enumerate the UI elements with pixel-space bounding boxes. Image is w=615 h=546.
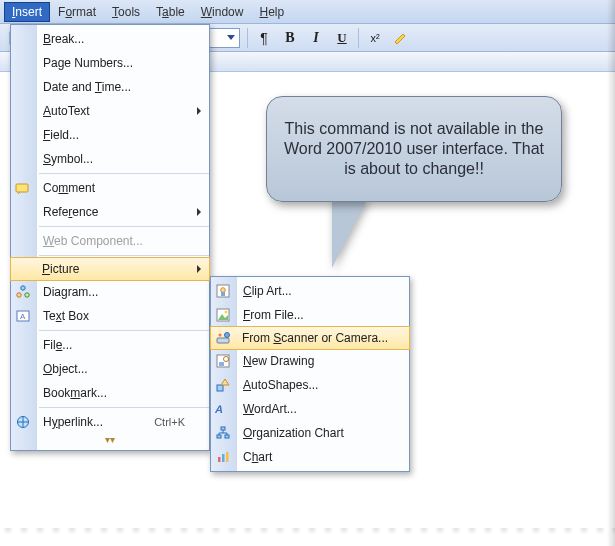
submenu-arrow-icon [197, 107, 201, 115]
callout-text: This command is not available in the Wor… [281, 119, 547, 179]
menu-item-page-numbers[interactable]: Page Numbers... [11, 51, 209, 75]
menu-item-autoshapes[interactable]: AutoShapes... [211, 373, 409, 397]
menu-item-break[interactable]: Break... [11, 27, 209, 51]
menu-item-object[interactable]: Object... [11, 357, 209, 381]
menu-item-label: Web Component... [43, 234, 143, 248]
menu-item-text-box[interactable]: AText Box [11, 304, 209, 328]
clipart-icon [215, 283, 231, 299]
menu-window[interactable]: Window [193, 2, 252, 22]
menu-item-label: Reference [43, 205, 98, 219]
menu-item-organization-chart[interactable]: Organization Chart [211, 421, 409, 445]
menu-item-web-component: Web Component... [11, 229, 209, 253]
svg-marker-23 [221, 379, 229, 385]
menu-item-bookmark[interactable]: Bookmark... [11, 381, 209, 405]
svg-point-4 [21, 286, 25, 290]
italic-button[interactable]: I [304, 27, 328, 49]
menu-item-comment[interactable]: Comment [11, 176, 209, 200]
toolbar-button-generic-2[interactable] [389, 27, 413, 49]
menu-item-label: Break... [43, 32, 84, 46]
scanner-icon [215, 330, 231, 346]
highlight-icon [393, 30, 409, 46]
menu-item-file[interactable]: File... [11, 333, 209, 357]
menu-insert[interactable]: Insert [4, 2, 50, 22]
svg-point-17 [225, 333, 230, 338]
svg-rect-30 [226, 452, 229, 462]
menu-item-wordart[interactable]: AWordArt... [211, 397, 409, 421]
menu-item-clip-art[interactable]: Clip Art... [211, 279, 409, 303]
bold-button[interactable]: B [278, 27, 302, 49]
pilcrow-icon: ¶ [260, 30, 268, 46]
svg-point-15 [225, 311, 228, 314]
submenu-arrow-icon [197, 208, 201, 216]
menu-item-label: New Drawing [243, 354, 314, 368]
underline-button[interactable]: U [330, 27, 354, 49]
diagram-icon [15, 284, 31, 300]
superscript-button[interactable]: x² [363, 27, 387, 49]
menu-item-label: Object... [43, 362, 88, 376]
chevron-down-icon [227, 35, 235, 40]
menu-item-picture[interactable]: Picture [10, 257, 210, 281]
menu-expand-chevrons-icon[interactable]: ▾▾ [11, 434, 209, 448]
svg-rect-20 [219, 362, 224, 366]
svg-point-5 [17, 293, 21, 297]
fromfile-icon [215, 307, 231, 323]
menu-help[interactable]: Help [251, 2, 292, 22]
menu-item-hyperlink[interactable]: Hyperlink...Ctrl+K [11, 410, 209, 434]
svg-rect-22 [217, 385, 223, 391]
menu-item-label: Organization Chart [243, 426, 344, 440]
menu-item-label: Date and Time... [43, 80, 131, 94]
menu-separator [39, 330, 209, 331]
menu-item-label: From Scanner or Camera... [242, 331, 388, 345]
menubar: Insert Format Tools Table Window Help [0, 0, 615, 24]
menu-separator [39, 226, 209, 227]
menu-separator [39, 407, 209, 408]
menu-item-label: Page Numbers... [43, 56, 133, 70]
svg-rect-26 [217, 435, 221, 438]
callout-tail [332, 198, 368, 268]
menu-item-label: Symbol... [43, 152, 93, 166]
menu-item-new-drawing[interactable]: New Drawing [211, 349, 409, 373]
menu-item-label: Hyperlink... [43, 415, 103, 429]
svg-rect-3 [16, 184, 28, 192]
menu-item-label: Bookmark... [43, 386, 107, 400]
autoshapes-icon [215, 377, 231, 393]
menu-tools[interactable]: Tools [104, 2, 148, 22]
show-nonprinting-button[interactable]: ¶ [252, 27, 276, 49]
menu-item-date-and-time[interactable]: Date and Time... [11, 75, 209, 99]
menu-format[interactable]: Format [50, 2, 104, 22]
toolbar-separator [358, 28, 359, 48]
picture-submenu-dropdown: Clip Art...From File...From Scanner or C… [210, 276, 410, 472]
menu-item-reference[interactable]: Reference [11, 200, 209, 224]
toolbar-separator [247, 28, 248, 48]
superscript-icon: x² [370, 32, 379, 44]
bold-icon: B [285, 30, 294, 46]
menu-item-label: Clip Art... [243, 284, 292, 298]
svg-rect-28 [218, 457, 221, 462]
menu-item-label: AutoShapes... [243, 378, 318, 392]
svg-rect-29 [222, 454, 225, 462]
menu-item-from-scanner-or-camera[interactable]: From Scanner or Camera... [210, 326, 410, 350]
svg-rect-16 [217, 338, 229, 343]
annotation-callout: This command is not available in the Wor… [266, 96, 562, 202]
svg-text:A: A [20, 312, 26, 321]
svg-rect-12 [221, 292, 225, 296]
italic-icon: I [313, 30, 318, 46]
menu-item-chart[interactable]: Chart [211, 445, 409, 469]
menu-item-from-file[interactable]: From File... [211, 303, 409, 327]
menu-item-label: WordArt... [243, 402, 297, 416]
menu-item-label: Text Box [43, 309, 89, 323]
underline-icon: U [337, 30, 346, 46]
menu-item-label: Diagram... [43, 285, 98, 299]
menu-item-symbol[interactable]: Symbol... [11, 147, 209, 171]
chart-icon [215, 449, 231, 465]
menu-item-autotext[interactable]: AutoText [11, 99, 209, 123]
comment-icon [15, 180, 31, 196]
menu-item-label: Chart [243, 450, 272, 464]
menu-item-diagram[interactable]: Diagram... [11, 280, 209, 304]
menu-item-field[interactable]: Field... [11, 123, 209, 147]
drawing-icon [215, 353, 231, 369]
menu-item-label: From File... [243, 308, 304, 322]
svg-point-6 [25, 293, 29, 297]
menu-table[interactable]: Table [148, 2, 193, 22]
menu-separator [39, 255, 209, 256]
